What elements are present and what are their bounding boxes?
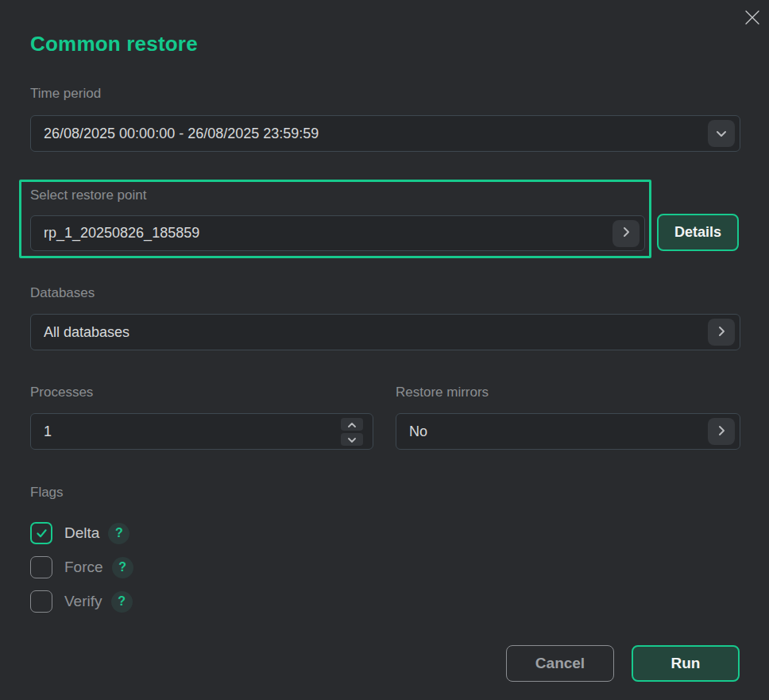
- force-help-icon[interactable]: ?: [112, 557, 133, 578]
- chevron-right-icon: [718, 425, 725, 439]
- verify-checkbox[interactable]: [30, 590, 52, 613]
- databases-select[interactable]: All databases: [30, 314, 740, 350]
- flag-row-force: Force ?: [30, 555, 133, 579]
- flags-label: Flags: [30, 485, 64, 501]
- page-title: Common restore: [30, 32, 198, 56]
- databases-label: Databases: [30, 285, 95, 301]
- processes-label: Processes: [30, 385, 93, 400]
- processes-input[interactable]: [44, 423, 341, 440]
- time-period-label: Time period: [30, 86, 101, 102]
- delta-help-icon[interactable]: ?: [108, 523, 129, 544]
- delta-checkbox[interactable]: [30, 522, 52, 544]
- common-restore-dialog: Common restore Time period 26/08/2025 00…: [0, 0, 769, 700]
- stepper-down-button[interactable]: [341, 433, 363, 446]
- restore-point-open-button[interactable]: [612, 220, 640, 247]
- databases-open-button[interactable]: [708, 319, 735, 346]
- databases-value: All databases: [44, 324, 708, 341]
- time-period-value: 26/08/2025 00:00:00 - 26/08/2025 23:59:5…: [44, 126, 708, 142]
- chevron-right-icon: [718, 326, 725, 339]
- restore-mirrors-value: No: [409, 423, 708, 440]
- chevron-down-icon: [348, 433, 356, 445]
- cancel-button[interactable]: Cancel: [506, 645, 614, 682]
- chevron-down-icon: [716, 128, 727, 140]
- time-period-expand-button[interactable]: [708, 120, 735, 147]
- restore-mirrors-open-button[interactable]: [708, 418, 735, 445]
- verify-label: Verify: [64, 593, 102, 610]
- restore-point-label: Select restore point: [30, 188, 146, 203]
- restore-point-highlight: Select restore point rp_1_20250826_18585…: [19, 180, 651, 258]
- force-label: Force: [64, 559, 103, 576]
- details-button[interactable]: Details: [657, 214, 739, 251]
- close-button[interactable]: [740, 6, 764, 30]
- chevron-right-icon: [623, 226, 630, 240]
- restore-point-select[interactable]: rp_1_20250826_185859: [30, 215, 645, 251]
- restore-mirrors-select[interactable]: No: [396, 413, 740, 450]
- flag-row-delta: Delta ?: [30, 521, 129, 545]
- check-icon: [36, 528, 48, 538]
- processes-stepper: [341, 418, 363, 446]
- run-button[interactable]: Run: [632, 645, 740, 682]
- stepper-up-button[interactable]: [341, 418, 363, 431]
- flag-row-verify: Verify ?: [30, 590, 133, 613]
- restore-mirrors-label: Restore mirrors: [396, 385, 489, 400]
- force-checkbox[interactable]: [30, 556, 52, 578]
- verify-help-icon[interactable]: ?: [111, 591, 133, 613]
- processes-field: [30, 413, 373, 450]
- delta-label: Delta: [64, 524, 99, 542]
- close-icon: [744, 9, 761, 29]
- restore-point-value: rp_1_20250826_185859: [44, 225, 612, 242]
- chevron-up-icon: [348, 418, 356, 430]
- time-period-select[interactable]: 26/08/2025 00:00:00 - 26/08/2025 23:59:5…: [30, 115, 740, 152]
